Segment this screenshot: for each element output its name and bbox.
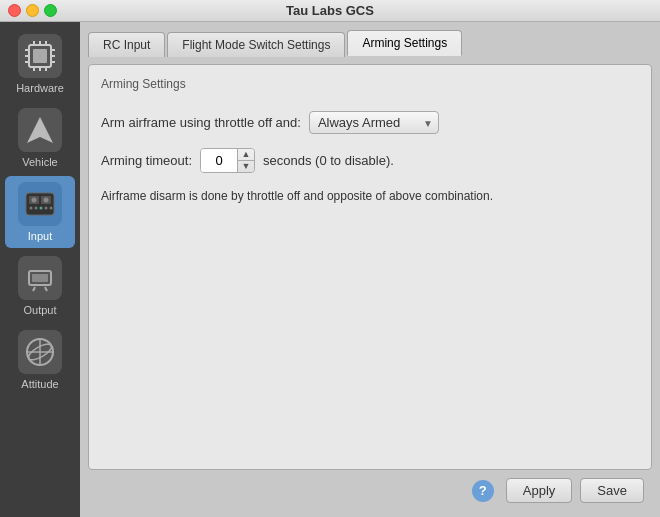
timeout-spinner: 0 ▲ ▼ — [200, 148, 255, 173]
save-button[interactable]: Save — [580, 478, 644, 503]
maximize-button[interactable] — [44, 4, 57, 17]
main-container: Hardware Vehicle — [0, 22, 660, 517]
svg-point-23 — [45, 207, 48, 210]
tab-rc-input[interactable]: RC Input — [88, 32, 165, 57]
sidebar: Hardware Vehicle — [0, 22, 80, 517]
timeout-suffix: seconds (0 to disable). — [263, 153, 394, 168]
spinner-down-button[interactable]: ▼ — [238, 161, 254, 172]
sidebar-label-vehicle: Vehicle — [22, 156, 57, 168]
attitude-icon-bg — [18, 330, 62, 374]
hardware-icon-bg — [18, 34, 62, 78]
output-icon — [21, 259, 59, 297]
disarm-info: Airframe disarm is done by throttle off … — [101, 187, 639, 205]
window-title: Tau Labs GCS — [286, 3, 374, 18]
tab-arming-settings[interactable]: Arming Settings — [347, 30, 462, 56]
timeout-label: Arming timeout: — [101, 153, 192, 168]
timeout-row: Arming timeout: 0 ▲ ▼ seconds (0 to disa… — [101, 148, 639, 173]
sidebar-item-hardware[interactable]: Hardware — [5, 28, 75, 100]
svg-point-22 — [40, 207, 43, 210]
sidebar-label-attitude: Attitude — [21, 378, 58, 390]
panel-title: Arming Settings — [101, 77, 639, 91]
svg-point-24 — [50, 207, 53, 210]
vehicle-icon — [21, 111, 59, 149]
spinner-up-button[interactable]: ▲ — [238, 149, 254, 161]
sidebar-item-vehicle[interactable]: Vehicle — [5, 102, 75, 174]
sidebar-item-output[interactable]: Output — [5, 250, 75, 322]
tab-flight-mode[interactable]: Flight Mode Switch Settings — [167, 32, 345, 57]
window-controls[interactable] — [8, 4, 57, 17]
footer: ? Apply Save — [88, 470, 652, 509]
content-area: RC Input Flight Mode Switch Settings Arm… — [80, 22, 660, 517]
timeout-input[interactable]: 0 — [201, 149, 237, 172]
sidebar-label-output: Output — [23, 304, 56, 316]
arming-content: Arm airframe using throttle off and: Alw… — [101, 107, 639, 209]
output-icon-bg — [18, 256, 62, 300]
arm-mode-select[interactable]: Always Armed Roll Left Roll Right Pitch … — [309, 111, 439, 134]
arming-panel: Arming Settings Arm airframe using throt… — [88, 64, 652, 470]
input-icon — [21, 185, 59, 223]
arm-mode-label: Arm airframe using throttle off and: — [101, 115, 301, 130]
spinner-buttons: ▲ ▼ — [237, 149, 254, 172]
minimize-button[interactable] — [26, 4, 39, 17]
svg-point-20 — [30, 207, 33, 210]
svg-line-28 — [45, 287, 47, 291]
svg-marker-14 — [27, 117, 53, 143]
sidebar-label-hardware: Hardware — [16, 82, 64, 94]
svg-point-19 — [44, 198, 49, 203]
arm-mode-row: Arm airframe using throttle off and: Alw… — [101, 111, 639, 134]
apply-button[interactable]: Apply — [506, 478, 573, 503]
hardware-icon — [21, 37, 59, 75]
vehicle-icon-bg — [18, 108, 62, 152]
svg-rect-26 — [32, 274, 48, 282]
sidebar-item-input[interactable]: Input — [5, 176, 75, 248]
svg-rect-1 — [33, 49, 47, 63]
arm-mode-select-wrapper: Always Armed Roll Left Roll Right Pitch … — [309, 111, 439, 134]
attitude-icon — [21, 333, 59, 371]
svg-line-27 — [33, 287, 35, 291]
close-button[interactable] — [8, 4, 21, 17]
title-bar: Tau Labs GCS — [0, 0, 660, 22]
sidebar-item-attitude[interactable]: Attitude — [5, 324, 75, 396]
svg-point-21 — [35, 207, 38, 210]
input-icon-bg — [18, 182, 62, 226]
help-button[interactable]: ? — [472, 480, 494, 502]
sidebar-label-input: Input — [28, 230, 52, 242]
svg-point-18 — [32, 198, 37, 203]
tabs-bar: RC Input Flight Mode Switch Settings Arm… — [88, 30, 652, 56]
